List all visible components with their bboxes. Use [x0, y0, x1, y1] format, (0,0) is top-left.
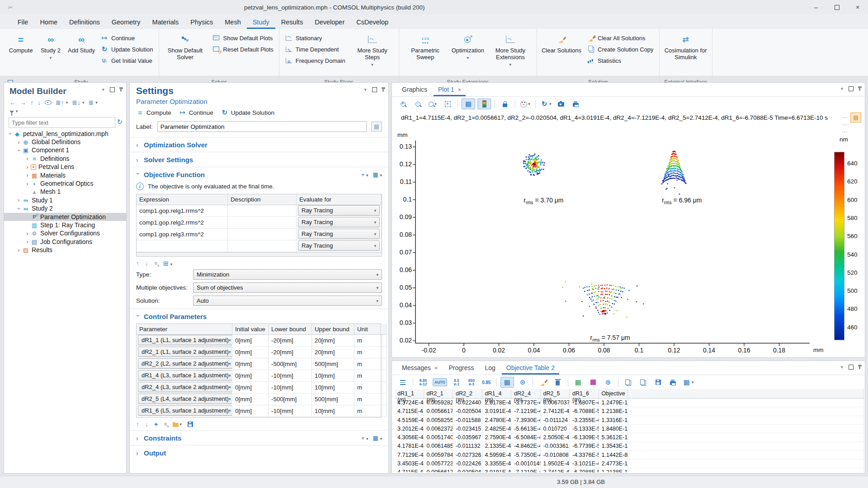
forward-button[interactable]: → [20, 99, 26, 106]
evaluate-for-dropdown[interactable]: Ray Tracing▾ [298, 217, 380, 227]
initial-value-cell[interactable]: 0[mm] [232, 335, 269, 347]
description-cell[interactable] [228, 229, 297, 240]
upper-bound-cell[interactable]: 20[mm] [312, 347, 354, 358]
float-panel-icon[interactable] [110, 87, 115, 92]
collapse-panel-icon[interactable]: ▾ [364, 87, 367, 93]
move-up-button[interactable]: ↑ [136, 260, 139, 267]
parameter-dropdown[interactable]: dR2_1 (L1, surface 2 adjustment)▾ [138, 347, 232, 357]
get-initial-value-button[interactable]: Get Initial Value [99, 56, 155, 66]
description-cell[interactable] [228, 217, 297, 229]
initial-value-cell[interactable]: 0[mm] [232, 347, 269, 358]
information-tab-objective-table-2[interactable]: Objective Table 2 [502, 361, 559, 375]
maximize-button[interactable] [826, 0, 847, 14]
description-cell[interactable] [228, 205, 297, 217]
unit-cell[interactable]: m [354, 382, 381, 394]
scene-settings-button[interactable]: ▾ [539, 99, 552, 109]
pin-panel-icon[interactable] [382, 88, 384, 92]
tree-item-study-1[interactable]: ›Study 1 [4, 196, 126, 204]
float-panel-icon[interactable] [849, 86, 854, 91]
tree-expander-icon[interactable]: › [24, 173, 31, 178]
tree-expander-icon[interactable]: › [24, 231, 31, 236]
load-from-file-button[interactable]: ▾ [173, 422, 182, 427]
tree-expander-icon[interactable]: › [8, 131, 13, 137]
add-constraint-button[interactable]: + ▾ [361, 435, 368, 441]
zoom-in-button[interactable] [396, 99, 409, 109]
lower-bound-cell[interactable]: -10[mm] [269, 382, 312, 394]
output-header[interactable]: › Output [130, 446, 388, 460]
upper-bound-cell[interactable]: 10[mm] [312, 370, 354, 382]
menu-geometry[interactable]: Geometry [106, 16, 146, 29]
table-view-button[interactable] [500, 377, 514, 388]
filter-icon[interactable] [9, 111, 14, 113]
create-solution-copy-button[interactable]: Create Solution Copy [585, 44, 656, 54]
objective-function-header[interactable]: › Objective Function + ▾ ▦ ▾ [130, 167, 388, 182]
upper-bound-cell[interactable]: 10[mm] [312, 382, 354, 394]
initial-value-cell[interactable]: 0[mm] [232, 394, 269, 405]
expression-cell[interactable] [137, 240, 228, 252]
reset-default-plots-button[interactable]: Reset Default Plots [211, 44, 275, 54]
upper-bound-cell[interactable]: 20[mm] [312, 335, 354, 347]
tree-item-step-1-ray-tracing[interactable]: Step 1: Ray Tracing [4, 221, 126, 229]
menu-definitions[interactable]: Definitions [63, 16, 106, 29]
parameter-dropdown[interactable]: dR1_4 (L3, surface 1 adjustment)▾ [138, 370, 232, 380]
close-button[interactable]: × [847, 0, 868, 14]
engineering-notation-button[interactable]: 850e-3 [465, 377, 478, 387]
print-table-button[interactable] [667, 377, 679, 387]
copy-table-and-headers-button[interactable] [637, 377, 650, 387]
show-color-legend-button[interactable] [477, 99, 491, 109]
move-up-button[interactable]: ↑ [30, 99, 33, 106]
lower-bound-cell[interactable]: -10[mm] [269, 370, 312, 382]
menu-home[interactable]: Home [34, 16, 63, 29]
expression-cell[interactable]: comp1.gop.relg2.rrms^2 [137, 217, 228, 229]
objective-table-scroll-strip[interactable] [136, 253, 382, 257]
collapse-all-button[interactable]: ≣↑ [56, 99, 64, 106]
optimization-button[interactable]: Optimization▾ [451, 31, 485, 61]
tree-item-definitions[interactable]: ›Definitions [4, 155, 126, 163]
overflow-dots[interactable]: … [842, 113, 848, 119]
automatic-notation-button[interactable]: AUTO [432, 377, 448, 387]
menu-physics[interactable]: Physics [184, 16, 219, 29]
export-table-button[interactable] [652, 377, 665, 387]
tree-expander-icon[interactable]: › [17, 147, 21, 154]
tree-expander-icon[interactable]: › [15, 140, 22, 145]
clear-solutions-button[interactable]: Clear Solutions [541, 31, 582, 54]
tree-item-results[interactable]: ›Results [4, 246, 126, 254]
study-2-button[interactable]: Study 2▾ [37, 31, 64, 61]
unit-cell[interactable]: m [354, 405, 381, 417]
table-settings-button[interactable]: ▦ ▾ [373, 171, 382, 178]
add-parameter-button[interactable]: + [154, 421, 158, 428]
information-tab-messages[interactable]: Messages× [397, 361, 442, 375]
tree-item-study-2[interactable]: ›Study 2 [4, 205, 126, 213]
show-default-solver-button[interactable]: Show Default Solver [163, 31, 208, 61]
color-wheel-button[interactable] [602, 377, 614, 387]
delete-row-icon[interactable]: ≡ [164, 421, 167, 427]
clear-table-button[interactable] [537, 377, 549, 387]
parameter-dropdown[interactable]: dR2_4 (L3, surface 2 adjustment)▾ [138, 382, 232, 392]
tree-item-solver-configurations[interactable]: ›Solver Configurations [4, 230, 126, 238]
show-icon[interactable] [45, 100, 52, 105]
expand-all-button[interactable]: ≣↓ [72, 99, 80, 106]
menu-materials[interactable]: Materials [146, 16, 184, 29]
move-down-button[interactable]: ↓ [38, 99, 41, 106]
lower-bound-cell[interactable]: -500[mm] [269, 394, 312, 405]
parameter-dropdown[interactable]: dR2_5 (L4, surface 2 adjustment)▾ [138, 394, 232, 404]
tree-expander-icon[interactable]: › [17, 205, 21, 212]
evaluate-for-dropdown[interactable]: Ray Tracing▾ [298, 240, 380, 251]
continue-button[interactable]: Continue [179, 108, 213, 117]
collapse-panel-icon[interactable]: ▾ [840, 86, 843, 92]
initial-value-cell[interactable]: 0[mm] [232, 382, 269, 394]
delete-row-icon[interactable]: ≡ [154, 260, 157, 267]
add-table-button[interactable] [572, 377, 585, 387]
time-dependent-button[interactable]: Time Dependent [283, 44, 347, 54]
compute-button[interactable]: Compute [136, 108, 171, 117]
lock-axes-button[interactable] [499, 99, 511, 109]
menu-mesh[interactable]: Mesh [219, 16, 246, 29]
row-numbers-button[interactable] [396, 377, 409, 387]
print-button[interactable] [570, 99, 582, 109]
move-down-button[interactable]: ↓ [145, 421, 148, 428]
tree-expander-icon[interactable]: › [15, 198, 22, 202]
delete-table-button[interactable] [552, 377, 564, 387]
color-palette-button[interactable]: ▾ [519, 99, 532, 109]
menu-developer[interactable]: Developer [309, 16, 350, 29]
zoom-extents-button[interactable] [441, 99, 454, 109]
